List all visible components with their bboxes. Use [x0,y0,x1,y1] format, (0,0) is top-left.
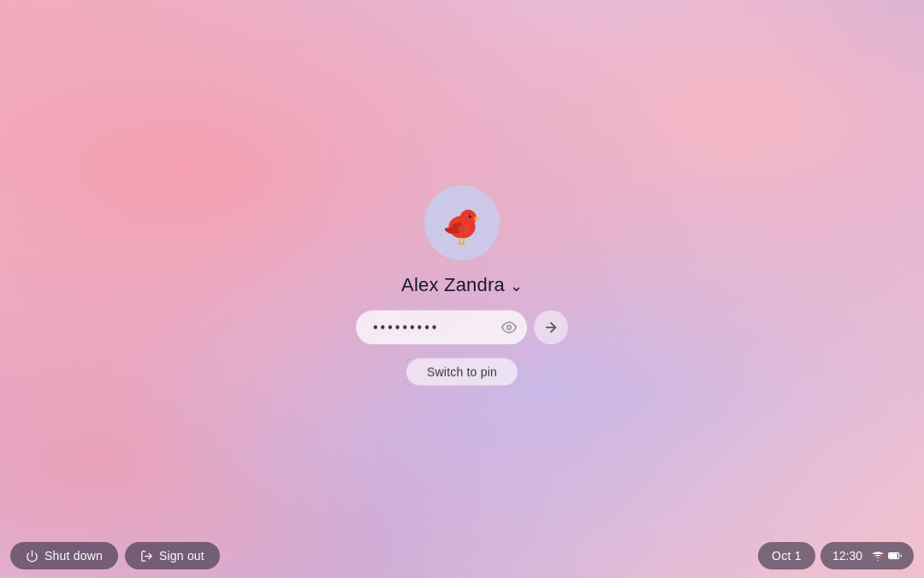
bottom-right-status: Oct 1 12:30 [758,542,914,569]
battery-icon [888,549,902,563]
svg-point-2 [460,209,477,225]
username-row[interactable]: Alex Zandra ⌄ [401,274,523,296]
time-display: 12:30 [832,549,862,563]
login-panel: Alex Zandra ⌄ Switch to pin [356,185,568,385]
svg-marker-3 [474,217,480,221]
svg-point-20 [877,560,878,561]
avatar [424,185,500,260]
svg-rect-23 [889,553,897,557]
signout-icon [140,550,153,563]
wifi-icon [871,549,885,563]
date-display: Oct 1 [758,542,815,569]
switch-to-pin-button[interactable]: Switch to pin [406,358,518,385]
arrow-right-icon [543,319,559,335]
username-label: Alex Zandra [401,274,505,296]
submit-button[interactable] [534,310,568,344]
eye-icon [501,319,517,335]
svg-line-9 [463,237,465,242]
signout-label: Sign out [159,549,204,563]
svg-point-7 [458,223,470,234]
shutdown-label: Shut down [44,549,103,563]
svg-point-4 [469,214,472,217]
status-icons-group: 12:30 [820,542,914,569]
shutdown-button[interactable]: Shut down [10,542,118,569]
bird-icon [436,197,488,248]
chevron-down-icon: ⌄ [510,277,523,295]
password-input-wrapper [356,310,527,344]
show-password-button[interactable] [500,318,518,337]
bottom-bar: Shut down Sign out Oct 1 12:30 [0,533,924,578]
password-row [356,310,568,344]
svg-point-5 [471,215,471,216]
power-icon [26,550,38,563]
bottom-left-actions: Shut down Sign out [10,542,220,569]
svg-point-16 [507,325,512,330]
signout-button[interactable]: Sign out [125,542,220,569]
